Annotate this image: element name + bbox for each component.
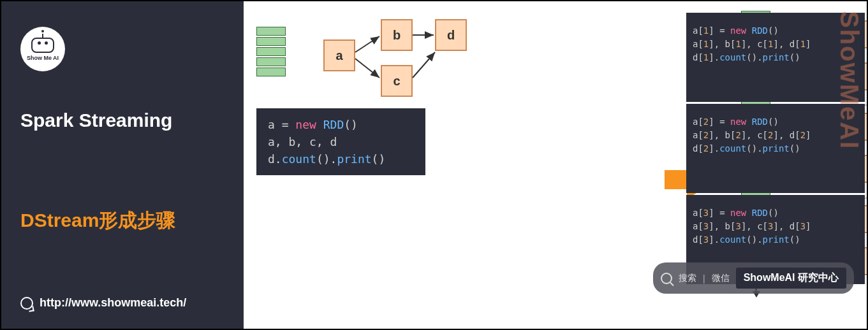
svg-line-3: [413, 52, 435, 78]
logo: Show Me AI: [20, 27, 65, 71]
main-diagram: a b c d a = new RDD() a, b, c, d d.count…: [244, 1, 867, 329]
node-a: a: [323, 39, 355, 71]
code-template: a = new RDD() a, b, c, d d.count().print…: [256, 108, 425, 175]
page-title: Spark Streaming: [20, 110, 224, 131]
badge: ShowMeAI 研究中心: [736, 268, 846, 289]
node-d: d: [435, 19, 467, 51]
left-panel: [256, 27, 286, 76]
search-overlay: 搜索 | 微信 ShowMeAI 研究中心: [653, 262, 854, 294]
slice: [256, 27, 286, 36]
node-b: b: [381, 19, 413, 51]
svg-line-0: [355, 36, 379, 52]
slice: [256, 68, 286, 76]
cursor-icon: [20, 297, 33, 310]
slice: [256, 57, 286, 66]
rdd-stack: [256, 27, 286, 76]
logo-text: Show Me AI: [27, 55, 59, 61]
search-icon[interactable]: [661, 273, 672, 284]
svg-line-1: [355, 59, 379, 78]
footer: http://www.showmeai.tech/: [20, 296, 186, 310]
search-hint: 微信: [712, 273, 730, 284]
node-c: c: [381, 65, 413, 97]
search-placeholder: 搜索: [679, 273, 696, 284]
footer-url: http://www.showmeai.tech/: [40, 296, 186, 310]
watermark: ShowMeAI: [835, 11, 864, 150]
slice: [256, 47, 286, 56]
robot-icon: [31, 38, 54, 53]
sidebar: Show Me AI Spark Streaming DStream形成步骤 h…: [1, 1, 244, 329]
page-subtitle: DStream形成步骤: [20, 208, 224, 234]
slice: [256, 37, 286, 46]
